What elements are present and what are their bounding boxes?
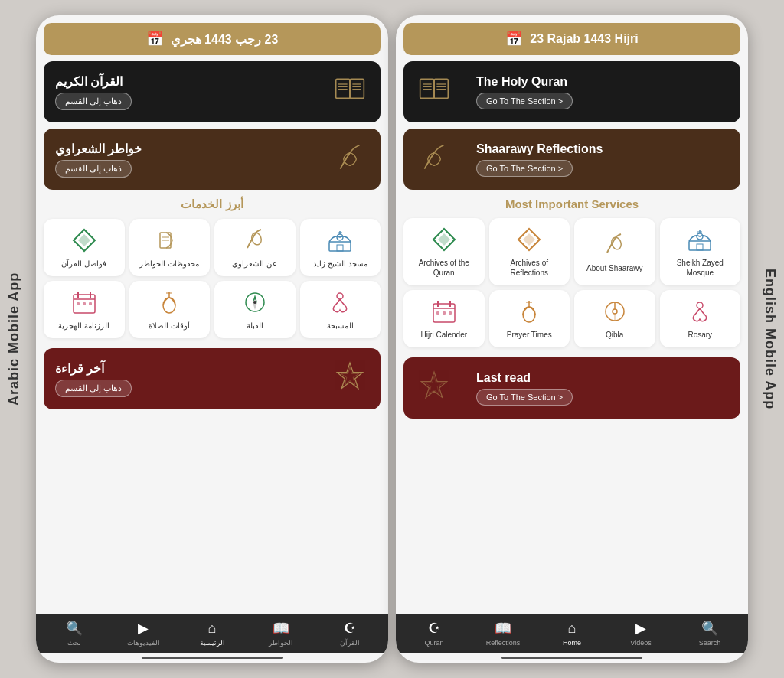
svg-rect-25 [77,302,80,305]
mosque-icon [326,227,354,254]
arabic-service-label-8: المسبحة [327,321,354,331]
english-quran-banner: The Holy Quran Go To The Section > [403,61,740,122]
english-service-label-5: Hijri Calender [420,330,467,340]
arabic-shaarawy-button[interactable]: ذهاب إلى القسم [55,160,132,178]
arabic-last-read-button[interactable]: ذهاب إلى القسم [55,380,132,397]
service-item-archives-quran[interactable]: Archives of the Quran [403,218,485,285]
english-nav-search[interactable]: 🔍 Search [675,620,744,647]
english-quran-button[interactable]: Go To The Section > [476,93,573,109]
arabic-nav-search[interactable]: 🔍 بحث [40,620,109,647]
english-nav-videos[interactable]: ▶ Videos [606,620,675,647]
english-nav-reflections-label: Reflections [486,639,521,647]
english-home-nav-icon: ⌂ [568,621,577,637]
service-item-hijri-calendar[interactable]: Hijri Calender [403,290,485,347]
arabic-service-label-4: مسجد الشيخ زايد [313,259,368,269]
svg-point-65 [523,307,535,322]
english-service-label-6: Prayer Times [507,330,552,340]
arabic-nav-home[interactable]: ⌂ الرئيسية [178,621,247,647]
svg-rect-62 [436,311,439,315]
service-item-prayer[interactable]: أوقات الصلاة [129,281,211,338]
english-nav-quran[interactable]: ☪ Quran [400,620,469,647]
arabic-nav-quran-label: القرآن [340,639,360,647]
svg-rect-20 [337,245,343,251]
svg-rect-64 [449,311,452,315]
quran-nav-icon: ☪ [344,620,356,637]
service-item-mosque[interactable]: مسجد الشيخ زايد [300,219,381,276]
english-bottom-banner: Last read Go To The Section > [403,357,740,419]
arabic-label: Arabic Mobile App [0,0,28,678]
service-item-rosary-en[interactable]: Rosary [660,290,741,347]
english-bottom-banner-content: Last read Go To The Section > [465,363,740,413]
english-shaarawy-title: Shaarawy Reflections [476,142,603,156]
arabic-quran-banner: القرآن الكريم ذهاب إلى القسم [44,61,381,122]
star-pattern-icon [331,360,369,398]
english-quran-banner-content: The Holy Quran Go To The Section > [465,67,740,117]
arabic-nav-videos[interactable]: ▶ الفيديوهات [109,620,178,647]
arabic-nav-reflections[interactable]: 📖 الخواطر [247,620,315,647]
service-item-qibla-en[interactable]: Qibla [574,290,655,347]
service-item-sheikh-mosque[interactable]: Sheikh Zayed Mosque [660,218,741,285]
english-date-bar: 📅 23 Rajab 1443 Hijri [403,23,740,55]
rosary-icon [326,288,354,316]
english-shaarawy-banner-content: Shaarawy Reflections Go To The Section > [465,135,740,184]
svg-point-34 [253,301,256,304]
arabic-service-label-2: محفوظات الخواطر [139,259,199,269]
arabic-service-label-6: أوقات الصلاة [149,321,190,331]
service-item-about[interactable]: عن الشعراوي [214,219,296,276]
svg-point-35 [337,293,343,299]
english-nav-reflections[interactable]: 📖 Reflections [469,620,537,647]
english-section-title: Most Important Services [403,197,740,210]
hijri-calendar-icon [430,298,458,325]
arabic-nav-home-label: الرئيسية [200,639,225,647]
service-item-prayer-times[interactable]: Prayer Times [489,290,570,347]
arabic-quran-button[interactable]: ذهاب إلى القسم [55,93,132,110]
svg-rect-53 [689,241,710,250]
english-shaarawy-button[interactable]: Go To The Section > [476,160,573,177]
svg-rect-16 [329,242,351,251]
service-item-calendar[interactable]: الرزنامة الهجرية [44,281,125,338]
arabic-home-indicator [142,657,283,659]
service-item-quran-sections[interactable]: فواصل القرآن [44,219,125,276]
arabic-bottom-banner-content: آخر قراءة ذهاب إلى القسم [44,354,319,405]
english-date-text: 23 Rajab 1443 Hijri [530,32,638,46]
english-phone-content: 📅 23 Rajab 1443 Hijri [396,15,748,663]
english-last-read-icon [403,369,465,407]
arabic-nav-quran[interactable]: ☪ القرآن [315,620,384,647]
home-nav-icon: ⌂ [208,621,217,637]
arabic-nav-reflections-label: الخواطر [269,639,293,647]
book-feather-icon [155,227,183,254]
arabic-quran-title: القرآن الكريم [55,74,122,89]
english-service-label-8: Rosary [688,330,712,340]
quran-book-icon [331,73,369,111]
english-phone: 📅 23 Rajab 1443 Hijri [396,15,748,663]
arabic-last-read-title: آخر قراءة [55,361,104,376]
arabic-shaarawy-title: خواطر الشعراوي [55,142,142,156]
arabic-shaarawy-banner-content: خواطر الشعراوي ذهاب إلى القسم [44,134,319,185]
english-quran-book-icon [415,73,453,111]
svg-marker-49 [438,233,450,246]
english-last-read-button[interactable]: Go To The Section > [476,389,573,406]
archives-quran-icon [430,226,458,253]
english-feather-icon [415,140,453,178]
svg-point-72 [697,302,703,308]
service-item-rosary[interactable]: المسبحة [300,281,381,338]
service-item-archives-reflections[interactable]: Archives of Reflections [489,218,570,285]
about-shaarawy-icon [601,231,629,259]
service-item-qibla[interactable]: القبلة [214,281,296,338]
svg-rect-57 [697,244,703,250]
service-item-about-shaarawy[interactable]: About Shaarawy [574,218,655,285]
svg-marker-11 [78,234,90,246]
svg-rect-26 [83,302,86,305]
english-videos-nav-icon: ▶ [635,620,646,637]
arabic-last-read-icon [319,360,381,398]
english-nav-home-label: Home [563,639,581,647]
svg-rect-63 [443,311,446,315]
quran-diamond-icon [70,227,98,254]
english-star-pattern-icon [415,369,453,407]
calendar-icon: 📅 [146,31,163,47]
phones-wrapper: 📅 23 رجب 1443 هجري القرآن الكريم ذهاب إل… [28,0,756,678]
english-nav-home[interactable]: ⌂ Home [537,621,606,647]
about-feather-icon [241,227,269,254]
svg-rect-1 [350,79,364,98]
service-item-memorized[interactable]: محفوظات الخواطر [129,219,211,276]
